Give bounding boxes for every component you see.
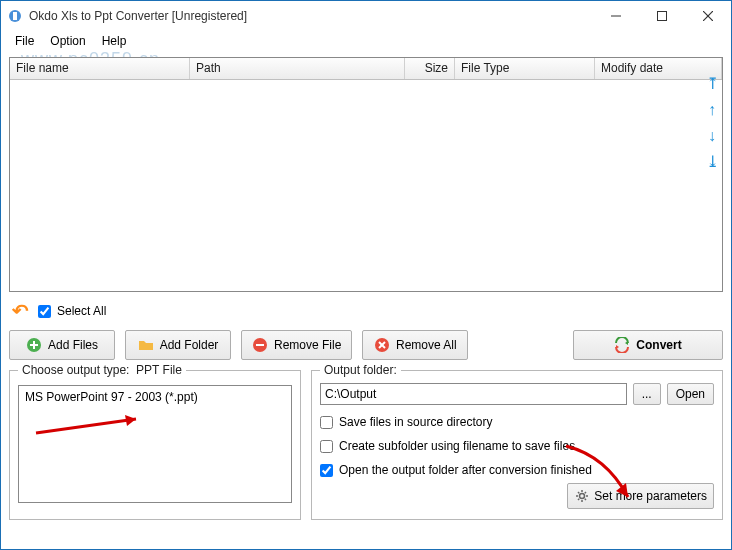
svg-point-16: [580, 494, 585, 499]
output-folder-legend: Output folder:: [320, 363, 401, 377]
add-files-button[interactable]: Add Files: [9, 330, 115, 360]
minimize-button[interactable]: [593, 1, 639, 31]
output-type-item[interactable]: MS PowerPoint 97 - 2003 (*.ppt): [21, 388, 289, 406]
col-path[interactable]: Path: [190, 58, 405, 79]
file-list-header: File name Path Size File Type Modify dat…: [10, 58, 722, 80]
reorder-arrows: ⤒ ↑ ↓ ⤓: [704, 76, 720, 170]
menu-help[interactable]: Help: [94, 32, 135, 50]
select-all-label: Select All: [57, 304, 106, 318]
maximize-button[interactable]: [639, 1, 685, 31]
svg-rect-3: [658, 12, 667, 21]
add-folder-label: Add Folder: [160, 338, 219, 352]
titlebar: Okdo Xls to Ppt Converter [Unregistered]: [1, 1, 731, 31]
plus-icon: [26, 337, 42, 353]
file-list[interactable]: File name Path Size File Type Modify dat…: [9, 57, 723, 292]
convert-label: Convert: [636, 338, 681, 352]
open-after-label: Open the output folder after conversion …: [339, 463, 592, 477]
svg-line-21: [578, 492, 579, 493]
move-bottom-icon[interactable]: ⤓: [706, 154, 719, 170]
save-in-source-label: Save files in source directory: [339, 415, 492, 429]
svg-rect-1: [13, 12, 17, 20]
col-size[interactable]: Size: [405, 58, 455, 79]
remove-all-button[interactable]: Remove All: [362, 330, 468, 360]
col-filetype[interactable]: File Type: [455, 58, 595, 79]
output-folder-group: Output folder: ... Open Save files in so…: [311, 370, 723, 520]
remove-all-label: Remove All: [396, 338, 457, 352]
app-icon: [7, 8, 23, 24]
convert-button[interactable]: Convert: [573, 330, 723, 360]
output-type-legend: Choose output type: PPT File: [18, 363, 186, 377]
save-in-source-checkbox[interactable]: [320, 416, 333, 429]
move-top-icon[interactable]: ⤒: [706, 76, 719, 92]
window-title: Okdo Xls to Ppt Converter [Unregistered]: [29, 9, 247, 23]
folder-icon: [138, 337, 154, 353]
gear-icon: [574, 488, 590, 504]
add-files-label: Add Files: [48, 338, 98, 352]
minus-icon: [252, 337, 268, 353]
open-after-checkbox[interactable]: [320, 464, 333, 477]
open-folder-button[interactable]: Open: [667, 383, 714, 405]
col-modify[interactable]: Modify date: [595, 58, 722, 79]
output-folder-input[interactable]: [320, 383, 627, 405]
set-more-parameters-button[interactable]: Set more parameters: [567, 483, 714, 509]
move-down-icon[interactable]: ↓: [708, 128, 716, 144]
remove-file-label: Remove File: [274, 338, 341, 352]
browse-button[interactable]: ...: [633, 383, 661, 405]
up-arrow-icon[interactable]: ↶: [12, 300, 29, 322]
svg-line-24: [578, 499, 579, 500]
create-subfolder-label: Create subfolder using filename to save …: [339, 439, 575, 453]
remove-file-button[interactable]: Remove File: [241, 330, 352, 360]
svg-marker-15: [616, 345, 619, 349]
menu-option[interactable]: Option: [42, 32, 93, 50]
set-params-label: Set more parameters: [594, 489, 707, 503]
create-subfolder-checkbox[interactable]: [320, 440, 333, 453]
close-button[interactable]: [685, 1, 731, 31]
output-type-list[interactable]: MS PowerPoint 97 - 2003 (*.ppt): [18, 385, 292, 503]
svg-line-22: [585, 499, 586, 500]
menubar: File Option Help: [1, 31, 731, 51]
svg-line-23: [585, 492, 586, 493]
select-all-checkbox[interactable]: [38, 305, 51, 318]
select-all-row: ↶ Select All: [9, 298, 723, 330]
window-controls: [593, 1, 731, 31]
menu-file[interactable]: File: [7, 32, 42, 50]
col-filename[interactable]: File name: [10, 58, 190, 79]
output-type-group: Choose output type: PPT File MS PowerPoi…: [9, 370, 301, 520]
svg-marker-14: [625, 341, 628, 345]
move-up-icon[interactable]: ↑: [708, 102, 716, 118]
add-folder-button[interactable]: Add Folder: [125, 330, 231, 360]
x-icon: [374, 337, 390, 353]
convert-icon: [614, 337, 630, 353]
